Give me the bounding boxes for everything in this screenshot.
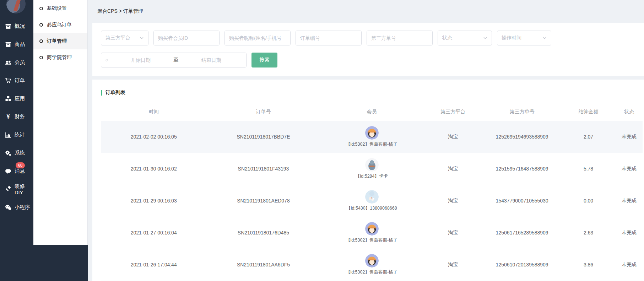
main-sidebar: 概况 商品 会员 订单 应用 ¥ 财务 统计 系统 消息 60 装修DI — [0, 0, 33, 281]
member-info: 【id:5284】卡卡 — [320, 158, 423, 179]
sub-sidebar: 基础设置 必应鸟订单 订单管理 商学院管理 — [33, 0, 88, 281]
header-status: 状态 — [616, 103, 643, 121]
member-name: 【id:5302】售后客服-橘子 — [346, 141, 397, 147]
sidebar-item-stats[interactable]: 统计 — [0, 126, 33, 144]
member-avatar — [365, 126, 379, 140]
sidebar-item-apps[interactable]: 应用 — [0, 90, 33, 108]
sidebar-item-messages[interactable]: 消息 60 — [0, 162, 33, 180]
date-range-picker[interactable]: 至 — [101, 53, 247, 67]
member-avatar — [365, 254, 379, 268]
cell-third-no: 1543779000710555030 — [483, 185, 561, 217]
sidebar-item-finance[interactable]: ¥ 财务 — [0, 108, 33, 126]
radio-circle-icon — [39, 23, 43, 27]
sidebar-item-overview[interactable]: 概况 — [0, 17, 33, 35]
goods-icon — [5, 41, 11, 48]
sidebar-item-label: 小程序 — [15, 204, 30, 211]
header-time: 时间 — [101, 103, 206, 121]
operation-time-select[interactable]: 操作时间 — [497, 31, 551, 45]
cell-time: 2021-01-26 17:04:44 — [101, 249, 206, 281]
buyer-id-input[interactable] — [158, 35, 215, 41]
member-avatar — [365, 158, 379, 172]
cell-time: 2021-01-29 00:16:03 — [101, 185, 206, 217]
system-icon — [5, 150, 11, 156]
cell-status: 未完成 — [616, 217, 643, 249]
cell-order-no: SN2101191801AA6DF5 — [206, 249, 320, 281]
panel-title-text: 订单列表 — [105, 90, 125, 96]
platform-select[interactable]: 第三方平台 — [101, 31, 148, 45]
header-amount: 结算金额 — [561, 103, 616, 121]
user-avatar[interactable] — [6, 0, 26, 13]
chevron-down-icon — [140, 36, 144, 40]
member-info: 【id:5302】售后客服-橘子 — [320, 254, 423, 275]
sidebar-item-orders[interactable]: 订单 — [0, 71, 33, 90]
table-row[interactable]: 2021-01-29 00:16:03 SN2101191801AED078 【… — [101, 185, 643, 217]
header-platform: 第三方平台 — [423, 103, 483, 121]
finance-icon: ¥ — [5, 114, 11, 120]
cell-member: 【id:5430】13809068668 — [320, 185, 423, 217]
cell-order-no: SN2101191801AED078 — [206, 185, 320, 217]
cell-status: 未完成 — [616, 249, 643, 281]
clock-icon — [105, 58, 108, 63]
radio-circle-icon — [39, 56, 43, 59]
sidebar-item-label: 会员 — [15, 59, 25, 66]
cell-time: 2021-02-02 00:16:05 — [101, 121, 206, 153]
cell-amount: 2.63 — [561, 217, 616, 249]
cell-platform: 淘宝 — [423, 217, 483, 249]
member-name: 【id:5302】售后客服-橘子 — [346, 269, 397, 275]
table-row[interactable]: 2021-02-02 00:16:05 SN21011918017BBD7E 【… — [101, 121, 643, 153]
sidebar-item-label: 消息 — [15, 168, 25, 174]
orders-icon — [5, 77, 11, 84]
order-no-input[interactable] — [300, 35, 357, 41]
platform-select-placeholder: 第三方平台 — [105, 35, 130, 41]
submenu-item-business-school[interactable]: 商学院管理 — [33, 49, 87, 66]
cell-member: 【id:5284】卡卡 — [320, 153, 423, 185]
messages-badge: 60 — [16, 162, 25, 168]
member-info: 【id:5302】售后客服-橘子 — [320, 126, 423, 147]
member-avatar — [365, 190, 379, 204]
third-party-no-input[interactable] — [371, 35, 428, 41]
orders-table: 时间 订单号 会员 第三方平台 第三方单号 结算金额 状态 2021-02-02… — [101, 103, 643, 281]
status-select-placeholder: 状态 — [442, 35, 452, 41]
breadcrumb: 聚合CPS > 订单管理 — [88, 0, 644, 23]
sidebar-item-label: 订单 — [15, 77, 25, 84]
sidebar-item-label: 商品 — [15, 41, 25, 48]
cell-platform: 淘宝 — [423, 153, 483, 185]
cell-platform: 淘宝 — [423, 249, 483, 281]
status-select[interactable]: 状态 — [438, 31, 492, 45]
end-date-input[interactable] — [180, 57, 242, 63]
start-date-input[interactable] — [110, 57, 172, 63]
search-button[interactable]: 搜索 — [251, 53, 277, 67]
buyer-name-input[interactable] — [229, 35, 286, 41]
submenu-item-bingbird-orders[interactable]: 必应鸟订单 — [33, 17, 87, 33]
sidebar-item-members[interactable]: 会员 — [0, 53, 33, 71]
submenu-item-basic-settings[interactable]: 基础设置 — [33, 0, 87, 17]
sidebar-item-miniprogram[interactable]: 小程序 — [0, 198, 33, 216]
table-row[interactable]: 2021-01-30 00:16:02 SN2101191801F43193 【… — [101, 153, 643, 185]
submenu-item-label: 基础设置 — [47, 5, 67, 12]
sidebar-item-system[interactable]: 系统 — [0, 144, 33, 162]
cell-third-no: 1252695194693588909 — [483, 121, 561, 153]
overview-icon — [5, 23, 11, 29]
chevron-down-icon — [542, 36, 547, 40]
chevron-down-icon — [483, 36, 487, 40]
sub-sidebar-panel: 基础设置 必应鸟订单 订单管理 商学院管理 — [33, 0, 88, 245]
table-row[interactable]: 2021-01-26 17:04:44 SN2101191801AA6DF5 【… — [101, 249, 643, 281]
sidebar-item-label: 系统 — [15, 150, 25, 156]
table-row[interactable]: 2021-01-27 00:16:04 SN210119180176D485 【… — [101, 217, 643, 249]
cell-amount: 2.07 — [561, 121, 616, 153]
members-icon — [5, 59, 11, 66]
sidebar-item-label: 概况 — [15, 23, 25, 29]
filter-row-1: 第三方平台 状态 操作时间 — [101, 31, 637, 45]
member-name: 【id:5284】卡卡 — [356, 173, 388, 179]
cell-time: 2021-01-27 00:16:04 — [101, 217, 206, 249]
sidebar-item-goods[interactable]: 商品 — [0, 35, 33, 53]
miniprogram-icon — [5, 204, 11, 211]
filter-row-2: 至 搜索 — [101, 53, 637, 67]
filter-panel: 第三方平台 状态 操作时间 — [92, 23, 644, 76]
sidebar-item-label: 统计 — [15, 131, 25, 138]
submenu-item-order-management[interactable]: 订单管理 — [33, 33, 87, 49]
cell-amount: 5.78 — [561, 153, 616, 185]
cell-order-no: SN2101191801F43193 — [206, 153, 320, 185]
title-accent-bar — [101, 90, 102, 96]
sidebar-item-decorate-diy[interactable]: 装修DIY — [0, 180, 33, 198]
